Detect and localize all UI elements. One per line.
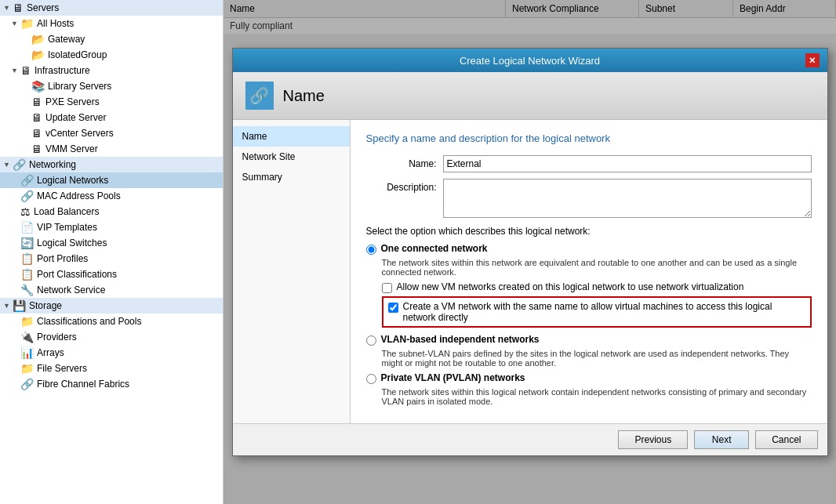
all-hosts-icon: 📁 <box>20 17 34 30</box>
load-balancers-icon: ⚖ <box>20 205 31 218</box>
checkbox-allow-vm-input[interactable] <box>382 283 392 293</box>
wizard-content: Specify a name and description for the l… <box>351 120 827 423</box>
modal-header-title: Name <box>283 87 325 105</box>
sidebar-item-label: Network Service <box>37 285 105 296</box>
next-button[interactable]: Next <box>694 430 749 449</box>
sidebar-item-label: vCenter Servers <box>45 128 114 139</box>
description-textarea[interactable] <box>443 179 812 218</box>
sidebar-item-label: MAC Address Pools <box>37 190 121 201</box>
sidebar-item-storage[interactable]: ▼ 💾 Storage <box>0 298 223 314</box>
sidebar-item-all-hosts[interactable]: ▼ 📁 All Hosts <box>0 16 223 31</box>
checkbox-allow-vm[interactable]: Allow new VM networks created on this lo… <box>382 281 812 293</box>
sidebar-item-label: Update Server <box>45 112 106 123</box>
modal-footer: Previous Next Cancel <box>233 423 827 455</box>
option-vlan-desc: The subnet-VLAN pairs defined by the sit… <box>382 349 812 368</box>
main-area: Name Network Compliance Subnet Begin Add… <box>224 0 836 504</box>
option-pvlan-label: Private VLAN (PVLAN) networks <box>381 372 525 383</box>
expand-arrow-all-hosts: ▼ <box>11 20 19 27</box>
radio-vlan-based[interactable] <box>366 335 376 346</box>
sidebar-item-label: Networking <box>29 159 76 170</box>
sidebar-item-mac-address-pools[interactable]: 🔗 MAC Address Pools <box>0 188 223 204</box>
pxe-servers-icon: 🖥 <box>31 96 42 108</box>
sidebar-item-label: Library Servers <box>48 81 111 92</box>
vip-templates-icon: 📄 <box>20 221 34 234</box>
sidebar-item-pxe-servers[interactable]: 🖥 PXE Servers <box>0 94 223 110</box>
wizard-subtitle: Specify a name and description for the l… <box>366 132 812 144</box>
infrastructure-icon: 🖥 <box>20 64 31 77</box>
modal-overlay: Create Logical Network Wizard ✕ 🔗 Name N… <box>224 0 836 504</box>
modal-header-icon: 🔗 <box>245 82 274 110</box>
sidebar-item-file-servers[interactable]: 📁 File Servers <box>0 361 223 376</box>
sidebar-item-gateway[interactable]: 📂 Gateway <box>0 31 223 47</box>
sidebar-item-label: File Servers <box>37 363 87 374</box>
sidebar-item-networking[interactable]: ▼ 🔗 Networking <box>0 157 223 172</box>
option-vlan-based[interactable]: VLAN-based independent networks <box>366 334 812 346</box>
option-vlan-label: VLAN-based independent networks <box>381 334 540 345</box>
sidebar-item-port-profiles[interactable]: 📋 Port Profiles <box>0 251 223 267</box>
isolated-group-icon: 📂 <box>31 49 45 61</box>
description-label: Description: <box>366 179 437 193</box>
name-label: Name: <box>366 155 437 169</box>
mac-pools-icon: 🔗 <box>20 190 34 202</box>
cancel-button[interactable]: Cancel <box>755 430 817 449</box>
expand-arrow-servers: ▼ <box>3 4 11 12</box>
sidebar-item-vcenter[interactable]: 🖥 vCenter Servers <box>0 125 223 141</box>
wizard-step-summary[interactable]: Summary <box>233 167 350 187</box>
sidebar-item-vmm-server[interactable]: 🖥 VMM Server <box>0 141 223 157</box>
option-one-connected-label: One connected network <box>381 243 488 254</box>
radio-one-connected[interactable] <box>366 245 376 255</box>
sidebar-item-isolated-group[interactable]: 📂 IsolatedGroup <box>0 47 223 63</box>
modal-close-button[interactable]: ✕ <box>805 53 820 67</box>
option-one-connected[interactable]: One connected network <box>366 243 812 255</box>
sidebar-item-update-server[interactable]: 🖥 Update Server <box>0 110 223 125</box>
wizard-step-network-site[interactable]: Network Site <box>233 147 350 167</box>
logical-switches-icon: 🔄 <box>20 237 34 249</box>
gateway-icon: 📂 <box>31 33 45 45</box>
expand-arrow-networking: ▼ <box>3 161 11 169</box>
wizard-nav: Name Network Site Summary <box>233 120 351 423</box>
name-input[interactable] <box>443 155 812 172</box>
radio-private-vlan[interactable] <box>366 374 376 384</box>
option-private-vlan[interactable]: Private VLAN (PVLAN) networks <box>366 372 812 384</box>
sidebar-item-logical-switches[interactable]: 🔄 Logical Switches <box>0 235 223 251</box>
previous-button[interactable]: Previous <box>618 430 688 449</box>
vmm-server-icon: 🖥 <box>31 143 42 155</box>
sidebar-item-label: Fibre Channel Fabrics <box>37 379 129 390</box>
sidebar-item-fibre-channel[interactable]: 🔗 Fibre Channel Fabrics <box>0 376 223 392</box>
wizard-modal: Create Logical Network Wizard ✕ 🔗 Name N… <box>232 48 828 456</box>
classifications-pools-icon: 📁 <box>20 315 34 328</box>
sidebar-item-label: Servers <box>27 2 59 13</box>
checkbox-create-vm-input[interactable] <box>388 303 398 313</box>
sidebar-item-vip-templates[interactable]: 📄 VIP Templates <box>0 219 223 235</box>
sidebar-item-label: Logical Networks <box>37 175 108 186</box>
highlighted-checkbox-create-vm[interactable]: Create a VM network with the same name t… <box>382 296 812 328</box>
option-pvlan-desc: The network sites within this logical ne… <box>382 387 812 406</box>
sidebar-item-label: Storage <box>29 300 62 311</box>
sidebar-item-label: Port Profiles <box>37 253 88 264</box>
sidebar-item-label: Gateway <box>48 34 85 45</box>
checkbox-create-vm-label: Create a VM network with the same name t… <box>403 301 805 323</box>
wizard-step-name[interactable]: Name <box>233 126 350 147</box>
sidebar-item-load-balancers[interactable]: ⚖ Load Balancers <box>0 204 223 219</box>
port-classifications-icon: 📋 <box>20 268 34 281</box>
file-servers-icon: 📁 <box>20 362 34 375</box>
sidebar-item-classifications-pools[interactable]: 📁 Classifications and Pools <box>0 314 223 329</box>
sidebar-item-network-service[interactable]: 🔧 Network Service <box>0 282 223 298</box>
sidebar-item-label: Arrays <box>37 347 64 358</box>
sidebar-item-infrastructure[interactable]: ▼ 🖥 Infrastructure <box>0 63 223 78</box>
sidebar-item-logical-networks[interactable]: 🔗 Logical Networks <box>0 172 223 188</box>
sidebar-item-label: Port Classifications <box>37 269 117 280</box>
modal-title: Create Logical Network Wizard <box>255 55 805 67</box>
modal-body: Name Network Site Summary Specify a name… <box>233 120 827 423</box>
sidebar-item-servers[interactable]: ▼ 🖥 Servers <box>0 0 223 16</box>
sidebar-item-arrays[interactable]: 📊 Arrays <box>0 345 223 361</box>
sidebar-item-library-servers[interactable]: 📚 Library Servers <box>0 78 223 94</box>
sidebar-item-label: All Hosts <box>37 18 74 29</box>
network-type-label: Select the option which describes this l… <box>366 226 812 237</box>
update-server-icon: 🖥 <box>31 111 42 124</box>
sidebar-item-port-classifications[interactable]: 📋 Port Classifications <box>0 267 223 282</box>
sidebar-item-providers[interactable]: 🔌 Providers <box>0 329 223 345</box>
description-form-row: Description: <box>366 179 812 218</box>
sidebar-item-label: Infrastructure <box>35 65 90 76</box>
name-form-row: Name: <box>366 155 812 172</box>
